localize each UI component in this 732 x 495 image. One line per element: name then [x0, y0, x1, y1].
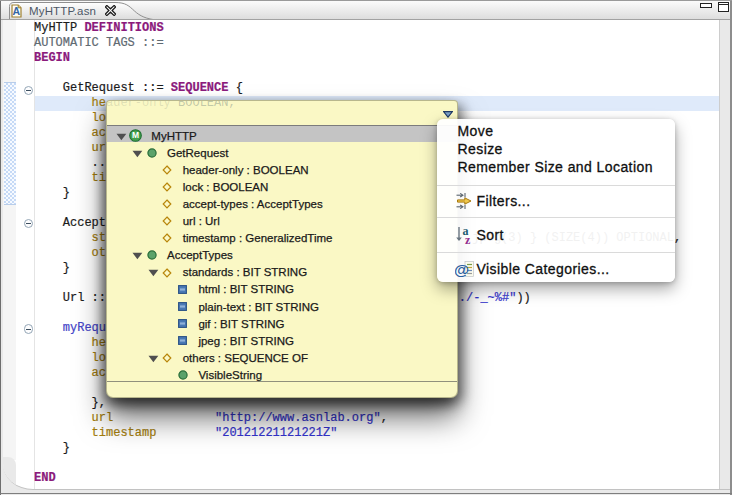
svg-text:A: A — [13, 5, 21, 17]
svg-text:z: z — [465, 233, 471, 245]
svg-text:M: M — [132, 130, 139, 140]
svg-text:@: @ — [455, 261, 469, 278]
